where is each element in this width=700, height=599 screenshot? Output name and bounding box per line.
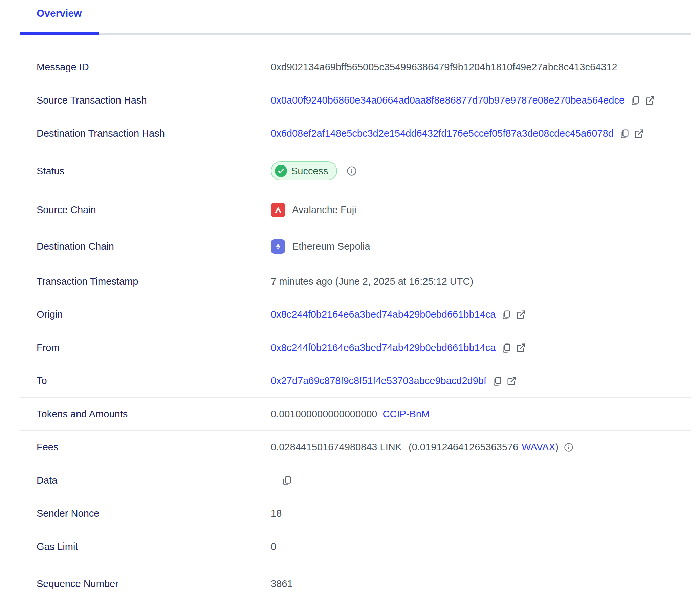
info-icon[interactable] <box>564 443 573 452</box>
message-id-label: Message ID <box>20 62 271 73</box>
external-link-icon[interactable] <box>645 95 655 106</box>
origin-label: Origin <box>20 309 271 320</box>
destination-tx-hash-label: Destination Transaction Hash <box>20 128 271 139</box>
avalanche-chain-icon <box>271 203 285 217</box>
status-badge: Success <box>271 161 337 180</box>
gas-limit-label: Gas Limit <box>20 541 271 552</box>
transaction-timestamp-label: Transaction Timestamp <box>20 276 271 287</box>
external-link-icon[interactable] <box>634 129 644 139</box>
transaction-details-table: Message ID 0xd902134a69bff565005c3549963… <box>20 51 691 599</box>
sequence-number-label: Sequence Number <box>20 578 271 590</box>
status-value: Success <box>291 165 328 177</box>
origin-address-link[interactable]: 0x8c244f0b2164e6a3bed74ab429b0ebd661bb14… <box>271 309 496 320</box>
row-destination-chain: Destination Chain Ethereum Sepolia <box>20 228 691 265</box>
row-transaction-timestamp: Transaction Timestamp 7 minutes ago (Jun… <box>20 265 691 298</box>
destination-chain-value: Ethereum Sepolia <box>292 241 370 252</box>
row-to: To 0x27d7a69c878f9c8f51f4e53703abce9bacd… <box>20 364 691 398</box>
tabs-bar: Overview <box>20 0 691 35</box>
external-link-icon[interactable] <box>516 343 526 353</box>
fees-secondary-value: (0.019124641265363576WAVAX) <box>409 442 559 453</box>
copy-icon[interactable] <box>501 310 511 320</box>
gas-limit-value: 0 <box>271 541 276 552</box>
row-data: Data <box>20 464 691 497</box>
sender-nonce-label: Sender Nonce <box>20 508 271 519</box>
row-sequence-number: Sequence Number 3861 <box>20 563 691 599</box>
status-label: Status <box>20 165 271 177</box>
ethereum-chain-icon <box>271 239 285 254</box>
tokens-and-amounts-label: Tokens and Amounts <box>20 408 271 420</box>
row-fees: Fees 0.028441501674980843 LINK (0.019124… <box>20 431 691 464</box>
row-gas-limit: Gas Limit 0 <box>20 530 691 563</box>
fees-secondary-open: (0.019124641265363576 <box>409 442 518 452</box>
fees-primary-value: 0.028441501674980843 LINK <box>271 442 402 453</box>
row-destination-tx-hash: Destination Transaction Hash 0x6d08ef2af… <box>20 117 691 150</box>
destination-tx-hash-link[interactable]: 0x6d08ef2af148e5cbc3d2e154dd6432fd176e5c… <box>271 128 614 139</box>
token-link-wavax[interactable]: WAVAX <box>522 442 555 452</box>
data-label: Data <box>20 475 271 486</box>
sequence-number-value: 3861 <box>271 578 293 590</box>
row-message-id: Message ID 0xd902134a69bff565005c3549963… <box>20 51 691 84</box>
row-source-tx-hash: Source Transaction Hash 0x0a00f9240b6860… <box>20 84 691 117</box>
copy-icon[interactable] <box>630 95 640 106</box>
tab-overview[interactable]: Overview <box>20 7 99 35</box>
to-label: To <box>20 375 271 386</box>
from-label: From <box>20 342 271 353</box>
to-address-link[interactable]: 0x27d7a69c878f9c8f51f4e53703abce9bacd2d9… <box>271 375 486 386</box>
from-address-link[interactable]: 0x8c244f0b2164e6a3bed74ab429b0ebd661bb14… <box>271 342 496 353</box>
message-id-value: 0xd902134a69bff565005c354996386479f9b120… <box>271 62 617 73</box>
source-tx-hash-label: Source Transaction Hash <box>20 95 271 106</box>
copy-icon[interactable] <box>282 475 292 486</box>
transaction-timestamp-value: 7 minutes ago (June 2, 2025 at 16:25:12 … <box>271 276 473 287</box>
token-link-ccip-bnm[interactable]: CCIP-BnM <box>383 408 430 420</box>
external-link-icon[interactable] <box>507 376 517 386</box>
check-circle-icon <box>275 165 287 177</box>
info-icon[interactable] <box>347 166 357 176</box>
token-amount-value: 0.001000000000000000 <box>271 408 377 420</box>
fees-secondary-close: ) <box>555 442 559 452</box>
fees-label: Fees <box>20 442 271 453</box>
source-chain-label: Source Chain <box>20 204 271 216</box>
row-status: Status Success <box>20 150 691 192</box>
row-source-chain: Source Chain Avalanche Fuji <box>20 192 691 228</box>
row-from: From 0x8c244f0b2164e6a3bed74ab429b0ebd66… <box>20 331 691 364</box>
row-tokens-and-amounts: Tokens and Amounts 0.001000000000000000 … <box>20 398 691 431</box>
copy-icon[interactable] <box>619 129 629 139</box>
row-sender-nonce: Sender Nonce 18 <box>20 497 691 530</box>
copy-icon[interactable] <box>492 376 502 386</box>
external-link-icon[interactable] <box>516 310 526 320</box>
copy-icon[interactable] <box>501 343 511 353</box>
destination-chain-label: Destination Chain <box>20 241 271 252</box>
source-tx-hash-link[interactable]: 0x0a00f9240b6860e34a0664ad0aa8f8e86877d7… <box>271 95 625 106</box>
source-chain-value: Avalanche Fuji <box>292 204 356 216</box>
row-origin: Origin 0x8c244f0b2164e6a3bed74ab429b0ebd… <box>20 298 691 331</box>
sender-nonce-value: 18 <box>271 508 282 519</box>
